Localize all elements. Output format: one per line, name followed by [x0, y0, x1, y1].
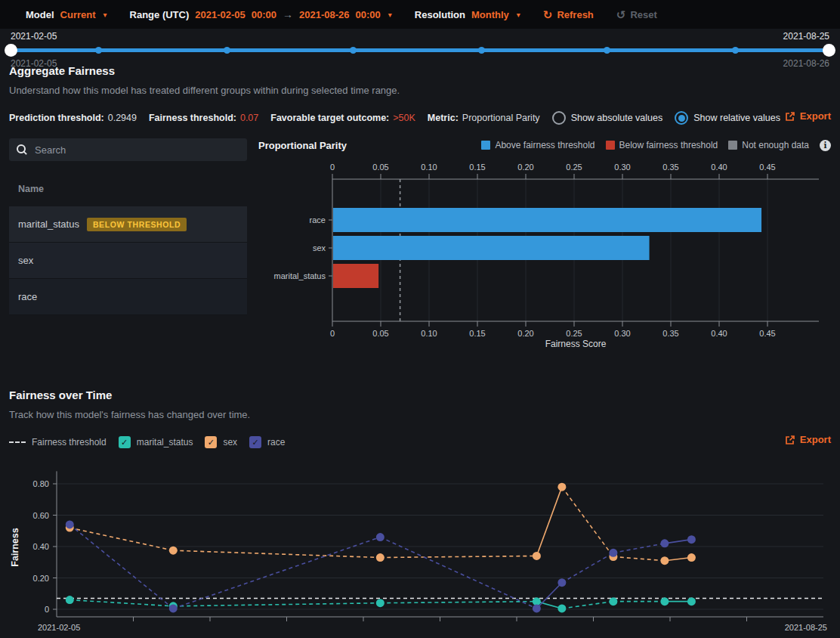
column-header-name: Name: [18, 184, 247, 194]
series-toggle-sex[interactable]: ✓sex: [205, 436, 237, 448]
slider-dot[interactable]: [478, 47, 485, 54]
data-point-race[interactable]: [376, 533, 384, 541]
section-description-over-time: Track how this model's fairness has chan…: [9, 409, 250, 420]
x-axis-title: Fairness Score: [545, 339, 607, 349]
data-point-race[interactable]: [169, 604, 178, 612]
info-icon[interactable]: i: [820, 140, 831, 151]
series-toggle-items: ✓marital_status✓sex✓race: [119, 436, 286, 448]
data-point-sex[interactable]: [376, 553, 384, 562]
radio-selected-icon[interactable]: [675, 111, 688, 125]
data-point-marital_status[interactable]: [557, 604, 566, 612]
range-label: Range (UTC): [130, 9, 190, 20]
radio-show-absolute[interactable]: Show absolute values: [552, 111, 663, 125]
data-point-sex[interactable]: [533, 552, 541, 560]
data-point-sex[interactable]: [660, 556, 669, 565]
series-segment-sex: [380, 556, 536, 557]
search-box[interactable]: [9, 138, 247, 161]
legend-item: Below fairness threshold: [606, 140, 718, 150]
dashed-line-icon: [9, 441, 26, 443]
series-segment-marital_status: [173, 603, 380, 606]
data-point-sex[interactable]: [557, 483, 566, 491]
tick-label: 0.25: [566, 163, 582, 172]
line-chart-svg: 00.200.400.600.802021-02-052021-08-25Fai…: [0, 463, 840, 638]
y-axis-title: Fairness: [10, 528, 20, 566]
tick-label: 0.05: [372, 329, 388, 338]
export-button-aggregate[interactable]: Export: [785, 110, 831, 122]
tick-label: 0.05: [372, 163, 388, 172]
checkbox-checked-icon[interactable]: ✓: [119, 436, 131, 448]
resolution-select[interactable]: Resolution Monthly ▾: [415, 9, 520, 20]
range-end-time[interactable]: 00:00: [356, 9, 381, 20]
list-item[interactable]: race: [9, 279, 247, 315]
data-point-marital_status[interactable]: [660, 597, 669, 605]
slider-dot[interactable]: [604, 47, 610, 54]
data-point-race[interactable]: [66, 520, 74, 528]
data-point-race[interactable]: [533, 604, 541, 612]
slider-dot[interactable]: [224, 47, 230, 54]
legend-label: Above fairness threshold: [495, 140, 594, 150]
below-threshold-badge: BELOW THRESHOLD: [87, 218, 187, 231]
model-select[interactable]: Model Current ▾: [26, 9, 107, 20]
data-point-race[interactable]: [660, 539, 669, 547]
bar-sex[interactable]: [333, 236, 650, 260]
reset-button[interactable]: ↺ Reset: [616, 9, 657, 20]
range-start-time[interactable]: 00:00: [252, 9, 276, 20]
range-select[interactable]: Range (UTC) 2021-02-05 00:00 → 2021-08-2…: [130, 8, 392, 20]
slider-handle-left[interactable]: [5, 44, 17, 57]
tick-label: 0: [45, 605, 49, 614]
series-segment-marital_status: [69, 600, 173, 606]
tick-label: 0.30: [614, 329, 630, 338]
toolbar: Model Current ▾ Range (UTC) 2021-02-05 0…: [0, 0, 840, 29]
radio-icon[interactable]: [552, 111, 566, 125]
series-segment-sex: [613, 556, 665, 560]
slider-dot[interactable]: [350, 47, 357, 54]
list-item[interactable]: marital_statusBELOW THRESHOLD: [9, 206, 247, 243]
metric: Metric:Proportional Parity: [428, 113, 540, 123]
series-segment-marital_status: [562, 602, 613, 609]
section-title-fairness-over-time: Fairness over Time: [9, 389, 112, 401]
list-item[interactable]: sex: [9, 243, 247, 279]
data-point-sex[interactable]: [687, 553, 696, 562]
tick-label: 0.60: [33, 511, 49, 520]
export-icon: [785, 111, 795, 122]
slider-track[interactable]: [11, 48, 829, 52]
time-range-slider: 2021-02-05 2021-08-25 2021-02-05 2021-08…: [0, 29, 840, 70]
radio-show-relative[interactable]: Show relative values: [675, 111, 780, 125]
series-segment-sex: [173, 550, 380, 557]
category-label: marital_status: [274, 271, 326, 280]
feature-panel: Name marital_statusBELOW THRESHOLDsexrac…: [9, 138, 247, 315]
slider-handle-right[interactable]: [823, 44, 835, 57]
tick-label: 0.45: [759, 163, 775, 172]
data-point-marital_status[interactable]: [687, 597, 696, 605]
checkbox-checked-icon[interactable]: ✓: [205, 436, 217, 448]
model-value[interactable]: Current: [60, 9, 96, 20]
data-point-race[interactable]: [557, 578, 566, 587]
slider-dot[interactable]: [732, 47, 739, 54]
legend-swatch: [606, 141, 615, 150]
search-input[interactable]: [33, 144, 239, 156]
slider-dot[interactable]: [95, 47, 102, 54]
data-point-marital_status[interactable]: [376, 599, 384, 607]
series-toggle-marital_status[interactable]: ✓marital_status: [119, 436, 193, 448]
prediction-threshold: Prediction threshold:0.2949: [9, 113, 137, 123]
export-button-over-time[interactable]: Export: [785, 434, 831, 445]
range-end-date[interactable]: 2021-08-26: [299, 9, 350, 20]
data-point-marital_status[interactable]: [609, 597, 617, 605]
bar-marital_status[interactable]: [333, 264, 378, 288]
range-start-date[interactable]: 2021-02-05: [195, 9, 246, 20]
data-point-race[interactable]: [687, 535, 696, 544]
slider-label-end: 2021-08-25: [783, 31, 829, 42]
resolution-label: Resolution: [415, 9, 465, 20]
series-toggle-race[interactable]: ✓race: [249, 436, 285, 448]
bar-race[interactable]: [333, 208, 761, 232]
tick-label: 0: [330, 329, 335, 338]
data-point-marital_status[interactable]: [66, 596, 74, 604]
data-point-race[interactable]: [609, 549, 617, 557]
resolution-value[interactable]: Monthly: [471, 9, 509, 20]
chevron-down-icon: ▾: [517, 11, 520, 19]
slider-label-start: 2021-02-05: [11, 31, 57, 42]
checkbox-checked-icon[interactable]: ✓: [249, 436, 261, 448]
data-point-sex[interactable]: [169, 547, 178, 555]
model-label: Model: [26, 9, 54, 20]
refresh-button[interactable]: ↻ Refresh: [543, 9, 594, 20]
